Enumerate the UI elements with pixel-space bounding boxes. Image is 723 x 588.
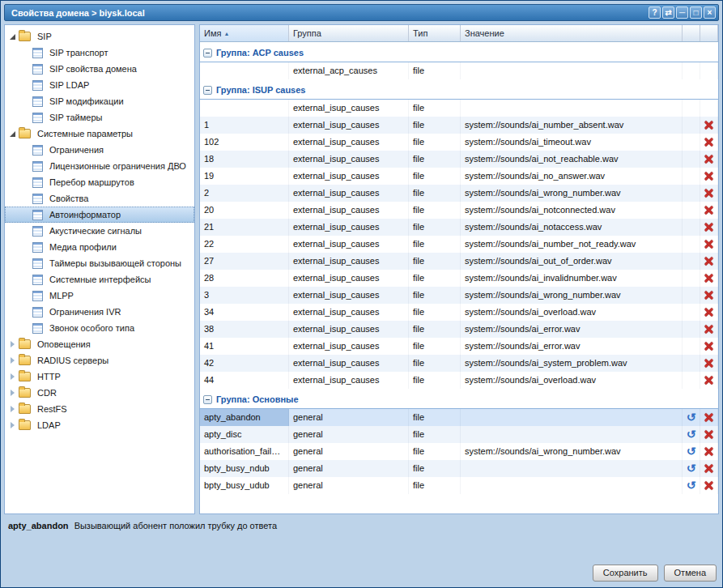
delete-icon[interactable] bbox=[704, 463, 714, 474]
table-row[interactable]: 44external_isup_causesfilesystem://sound… bbox=[200, 372, 718, 389]
tree-item[interactable]: LDAP bbox=[5, 417, 194, 433]
tree-collapsed-arrow-icon[interactable] bbox=[7, 403, 19, 415]
tree-item[interactable]: Системные интерфейсы bbox=[5, 271, 194, 288]
delete-icon[interactable] bbox=[704, 239, 714, 249]
group-header[interactable]: Группа: ISUP causes bbox=[200, 79, 718, 100]
table-row[interactable]: 42external_isup_causesfilesystem://sound… bbox=[200, 355, 718, 372]
delete-icon[interactable] bbox=[704, 446, 714, 457]
delete-icon[interactable] bbox=[704, 358, 714, 369]
tree-collapsed-arrow-icon[interactable] bbox=[7, 420, 19, 431]
tree-item[interactable]: RADIUS серверы bbox=[5, 352, 194, 369]
tree-item[interactable]: Ограничения bbox=[5, 142, 194, 158]
tree-item[interactable]: CDR bbox=[5, 385, 194, 401]
delete-icon[interactable] bbox=[704, 480, 714, 491]
tree-item[interactable]: Автоинформатор bbox=[5, 207, 194, 223]
tree-item[interactable]: Ограничения IVR bbox=[5, 304, 194, 320]
group-collapse-icon[interactable] bbox=[203, 49, 212, 58]
delete-icon[interactable] bbox=[704, 154, 714, 164]
table-row[interactable]: 34external_isup_causesfilesystem://sound… bbox=[200, 304, 718, 321]
delete-icon[interactable] bbox=[704, 205, 714, 215]
tree-expanded-arrow-icon[interactable] bbox=[7, 128, 19, 139]
table-row[interactable]: 28external_isup_causesfilesystem://sound… bbox=[200, 270, 718, 287]
tree-item[interactable]: MLPP bbox=[5, 288, 194, 304]
delete-icon[interactable] bbox=[704, 171, 714, 181]
tree-item[interactable]: Звонок особого типа bbox=[5, 320, 194, 336]
delete-icon[interactable] bbox=[704, 375, 714, 386]
restore-default-icon[interactable]: ↺ bbox=[687, 480, 696, 491]
table-row[interactable]: 22external_isup_causesfilesystem://sound… bbox=[200, 236, 718, 253]
tree-collapsed-arrow-icon[interactable] bbox=[7, 387, 19, 398]
tree-item[interactable]: Лицензионные ограничения ДВО bbox=[5, 158, 194, 174]
table-row[interactable]: apty_abandongeneralfile↺ bbox=[200, 409, 718, 426]
tree-item[interactable]: RestFS bbox=[5, 401, 194, 417]
tree-item[interactable]: Перебор маршрутов bbox=[5, 174, 194, 190]
delete-icon[interactable] bbox=[704, 222, 714, 232]
column-header[interactable]: Имя▲ bbox=[200, 25, 289, 41]
table-row[interactable]: 2external_isup_causesfilesystem://sounds… bbox=[200, 185, 718, 202]
close-button[interactable]: × bbox=[704, 6, 716, 19]
group-header[interactable]: Группа: Основные bbox=[200, 389, 718, 409]
column-header[interactable]: Тип bbox=[409, 25, 461, 41]
restore-default-icon[interactable]: ↺ bbox=[687, 446, 696, 457]
delete-icon[interactable] bbox=[704, 273, 714, 283]
table-row[interactable]: 20external_isup_causesfilesystem://sound… bbox=[200, 202, 718, 219]
table-row[interactable]: apty_discgeneralfile↺ bbox=[200, 426, 718, 443]
tree-collapsed-arrow-icon[interactable] bbox=[7, 355, 19, 366]
table-row[interactable]: bpty_busy_udubgeneralfile↺ bbox=[200, 477, 718, 494]
tree-item[interactable]: Свойства bbox=[5, 190, 194, 207]
tree-item[interactable]: Таймеры вызывающей стороны bbox=[5, 255, 194, 271]
cancel-button[interactable]: Отмена bbox=[664, 565, 717, 582]
table-row[interactable]: 1external_isup_causesfilesystem://sounds… bbox=[200, 117, 718, 134]
cell-restore bbox=[683, 168, 700, 185]
delete-icon[interactable] bbox=[704, 341, 714, 352]
tree-item[interactable]: HTTP bbox=[5, 369, 194, 385]
refresh-button[interactable]: ⇄ bbox=[662, 6, 674, 19]
tree-item[interactable]: SIP свойства домена bbox=[5, 61, 194, 77]
delete-icon[interactable] bbox=[704, 324, 714, 334]
delete-icon[interactable] bbox=[704, 307, 714, 317]
table-row[interactable]: external_acp_causesfile bbox=[200, 62, 718, 79]
column-header[interactable]: Значение bbox=[461, 25, 683, 41]
tree-expanded-arrow-icon[interactable] bbox=[7, 31, 19, 42]
delete-icon[interactable] bbox=[704, 256, 714, 266]
tree-item[interactable]: Оповещения bbox=[5, 336, 194, 352]
table-row[interactable]: bpty_busy_ndubgeneralfile↺ bbox=[200, 460, 718, 477]
column-header[interactable]: Группа bbox=[289, 25, 409, 41]
table-row[interactable]: 19external_isup_causesfilesystem://sound… bbox=[200, 168, 718, 185]
tree-item[interactable]: Системные параметры bbox=[5, 126, 194, 142]
group-collapse-icon[interactable] bbox=[203, 86, 212, 95]
delete-icon[interactable] bbox=[704, 412, 714, 423]
restore-default-icon[interactable]: ↺ bbox=[687, 412, 696, 423]
table-row[interactable]: 38external_isup_causesfilesystem://sound… bbox=[200, 321, 718, 338]
restore-default-icon[interactable]: ↺ bbox=[687, 429, 696, 440]
help-button[interactable]: ? bbox=[649, 6, 661, 19]
tree-item[interactable]: SIP транспорт bbox=[5, 45, 194, 61]
delete-icon[interactable] bbox=[704, 429, 714, 440]
table-row[interactable]: 3external_isup_causesfilesystem://sounds… bbox=[200, 287, 718, 304]
table-row[interactable]: 27external_isup_causesfilesystem://sound… bbox=[200, 253, 718, 270]
delete-icon[interactable] bbox=[704, 137, 714, 147]
save-button[interactable]: Сохранить bbox=[593, 565, 658, 582]
maximize-button[interactable]: □ bbox=[690, 6, 702, 19]
table-row[interactable]: 102external_isup_causesfilesystem://soun… bbox=[200, 134, 718, 151]
table-row[interactable]: 18external_isup_causesfilesystem://sound… bbox=[200, 151, 718, 168]
table-row[interactable]: authorisation_fail…generalfilesystem://s… bbox=[200, 443, 718, 460]
tree-item[interactable]: SIP таймеры bbox=[5, 109, 194, 126]
delete-icon[interactable] bbox=[704, 290, 714, 300]
tree-collapsed-arrow-icon[interactable] bbox=[7, 339, 19, 350]
tree-item[interactable]: SIP LDAP bbox=[5, 77, 194, 93]
tree-item[interactable]: Акустические сигналы bbox=[5, 223, 194, 239]
minimize-button[interactable]: ─ bbox=[676, 6, 688, 19]
table-row[interactable]: external_isup_causesfile bbox=[200, 100, 718, 117]
group-header[interactable]: Группа: ACP causes bbox=[200, 42, 718, 62]
table-row[interactable]: 41external_isup_causesfilesystem://sound… bbox=[200, 338, 718, 355]
delete-icon[interactable] bbox=[704, 188, 714, 198]
tree-item[interactable]: Медиа профили bbox=[5, 239, 194, 255]
group-collapse-icon[interactable] bbox=[203, 395, 212, 404]
restore-default-icon[interactable]: ↺ bbox=[687, 463, 696, 474]
tree-item[interactable]: SIP bbox=[5, 28, 194, 45]
table-row[interactable]: 21external_isup_causesfilesystem://sound… bbox=[200, 219, 718, 236]
delete-icon[interactable] bbox=[704, 120, 714, 130]
tree-collapsed-arrow-icon[interactable] bbox=[7, 371, 19, 382]
tree-item[interactable]: SIP модификации bbox=[5, 93, 194, 109]
